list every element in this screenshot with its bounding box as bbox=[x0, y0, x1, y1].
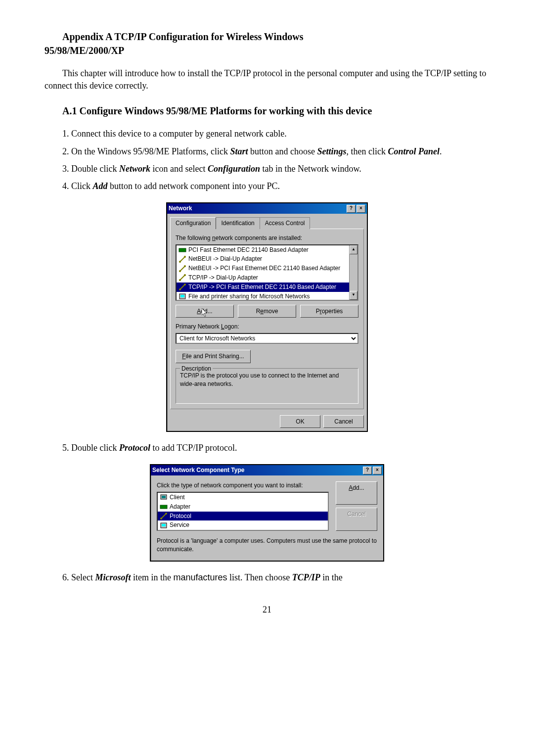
select-prompt: Click the type of network component you … bbox=[157, 481, 329, 490]
step-6-b1: Microsoft bbox=[95, 572, 131, 582]
close-icon[interactable]: × bbox=[356, 205, 365, 213]
close-icon[interactable]: × bbox=[373, 467, 382, 474]
scrollbar[interactable]: ▲ ▼ bbox=[349, 245, 357, 300]
list-item-label: TCP/IP -> Dial-Up Adapter bbox=[188, 274, 258, 282]
help-icon[interactable]: ? bbox=[347, 205, 356, 213]
list-item[interactable]: TCP/IP -> Dial-Up Adapter bbox=[177, 273, 357, 283]
svg-rect-14 bbox=[180, 295, 184, 297]
select-left: Click the type of network component you … bbox=[157, 481, 329, 531]
steps-list-cont: Double click Protocol to add TCP/IP prot… bbox=[62, 442, 490, 454]
step-6-mid1: item in the bbox=[131, 572, 173, 582]
step-3-b2: Configuration bbox=[208, 164, 260, 174]
step-2: On the Windows 95/98/ME Platforms, click… bbox=[71, 145, 490, 158]
ok-button[interactable]: OK bbox=[280, 415, 320, 428]
svg-point-5 bbox=[179, 270, 181, 272]
titlebar-buttons: ? × bbox=[347, 205, 365, 213]
file-print-sharing-button[interactable]: File and Print Sharing... bbox=[176, 350, 251, 363]
list-item-label: Adapter bbox=[170, 503, 190, 511]
step-4: Click Add button to add network componen… bbox=[71, 180, 490, 192]
protocol-icon bbox=[178, 283, 186, 291]
step-6: Select Microsoft item in the manufacture… bbox=[71, 571, 490, 584]
step-6-plain: manufactures bbox=[173, 572, 227, 582]
list-item-label: Client bbox=[170, 493, 185, 502]
primary-logon-select[interactable]: Client for Microsoft Networks bbox=[176, 333, 358, 344]
svg-point-12 bbox=[184, 284, 186, 285]
list-item[interactable]: Service bbox=[158, 520, 328, 530]
tab-body: The following network components are ins… bbox=[170, 229, 364, 409]
step-1-text: Connect this device to a computer by gen… bbox=[71, 129, 287, 139]
add-button[interactable]: Add... bbox=[176, 305, 234, 318]
list-item-label: File and printer sharing for Microsoft N… bbox=[188, 292, 310, 301]
step-5-post: to add TCP/IP protocol. bbox=[150, 443, 237, 453]
scroll-up-icon[interactable]: ▲ bbox=[350, 245, 357, 254]
tab-configuration[interactable]: Configuration bbox=[170, 217, 216, 229]
list-item[interactable]: Protocol bbox=[158, 512, 328, 521]
client-icon bbox=[160, 493, 168, 501]
list-item-label: NetBEUI -> Dial-Up Adapter bbox=[188, 255, 262, 263]
step-2-mid2: , then click bbox=[346, 146, 388, 156]
svg-rect-23 bbox=[162, 524, 166, 526]
svg-point-21 bbox=[165, 513, 167, 515]
section-heading: A.1 Configure Windows 95/98/ME Platforms… bbox=[62, 104, 490, 118]
protocol-icon bbox=[178, 255, 186, 263]
adapter-icon bbox=[160, 503, 168, 511]
list-item[interactable]: NetBEUI -> Dial-Up Adapter bbox=[177, 254, 357, 264]
step-4-mid1: button to add network component into you… bbox=[108, 181, 280, 191]
svg-rect-0 bbox=[179, 248, 186, 252]
cursor-icon bbox=[202, 308, 208, 317]
cancel-button[interactable]: Cancel bbox=[336, 508, 377, 531]
step-6-mid2: list. Then choose bbox=[227, 572, 292, 582]
step-4-pre: Click bbox=[71, 181, 93, 191]
tab-access-control[interactable]: Access Control bbox=[260, 217, 311, 229]
svg-rect-18 bbox=[160, 505, 167, 509]
network-dialog: Network ? × Configuration Identification… bbox=[166, 202, 368, 432]
add-button[interactable]: Add... bbox=[336, 481, 377, 505]
list-item[interactable]: File and printer sharing for Microsoft N… bbox=[177, 292, 357, 301]
appendix-title: Appendix A TCP/IP Configuration for Wire… bbox=[44, 30, 490, 57]
description-group: Description TCP/IP is the protocol you u… bbox=[176, 368, 358, 404]
list-item[interactable]: Adapter bbox=[158, 502, 328, 512]
svg-rect-17 bbox=[162, 496, 166, 498]
step-5: Double click Protocol to add TCP/IP prot… bbox=[71, 442, 490, 454]
scroll-down-icon[interactable]: ▼ bbox=[350, 291, 357, 300]
list-item-label: Service bbox=[170, 521, 189, 529]
step-3-b1: Network bbox=[119, 164, 150, 174]
step-5-b1: Protocol bbox=[119, 443, 150, 453]
properties-button[interactable]: Properties bbox=[300, 305, 358, 318]
intro-paragraph: This chapter will introduce how to insta… bbox=[44, 67, 490, 92]
cancel-button[interactable]: Cancel bbox=[323, 415, 364, 428]
remove-button[interactable]: Remove bbox=[238, 305, 296, 318]
network-title: Network bbox=[169, 204, 192, 213]
step-2-post: . bbox=[440, 146, 442, 156]
protocol-icon bbox=[178, 265, 186, 273]
help-icon[interactable]: ? bbox=[363, 467, 372, 474]
list-item[interactable]: PCI Fast Ethernet DEC 21140 Based Adapte… bbox=[177, 245, 357, 255]
components-label: The following network components are ins… bbox=[176, 234, 358, 242]
step-3-mid2: tab in the Network window. bbox=[260, 164, 361, 174]
tab-identification[interactable]: Identification bbox=[216, 217, 260, 229]
step-4-b1: Add bbox=[93, 181, 108, 191]
component-type-list[interactable]: Client Adapter Protocol Service bbox=[157, 492, 329, 531]
list-item-label: PCI Fast Ethernet DEC 21140 Based Adapte… bbox=[188, 246, 309, 254]
step-3-pre: Double click bbox=[71, 164, 119, 174]
list-item[interactable]: NetBEUI -> PCI Fast Ethernet DEC 21140 B… bbox=[177, 264, 357, 273]
appendix-title-line2: 95/98/ME/2000/XP bbox=[44, 45, 124, 56]
list-item[interactable]: TCP/IP -> PCI Fast Ethernet DEC 21140 Ba… bbox=[177, 283, 357, 292]
step-6-post: in the bbox=[320, 572, 343, 582]
description-legend: Description bbox=[180, 365, 213, 373]
dialog-bottom-row: OK Cancel bbox=[167, 412, 367, 431]
titlebar-buttons: ? × bbox=[363, 467, 382, 474]
list-item[interactable]: Client bbox=[158, 493, 328, 502]
step-2-b1: Start bbox=[230, 146, 248, 156]
service-icon bbox=[160, 521, 168, 529]
step-2-mid1: button and choose bbox=[248, 146, 317, 156]
svg-point-6 bbox=[184, 265, 186, 267]
step-2-b2: Settings bbox=[317, 146, 346, 156]
svg-point-3 bbox=[184, 256, 186, 258]
select-right: Add... Cancel bbox=[336, 481, 377, 531]
list-item-label: TCP/IP -> PCI Fast Ethernet DEC 21140 Ba… bbox=[188, 283, 336, 291]
step-3-mid1: icon and select bbox=[150, 164, 208, 174]
protocol-icon bbox=[160, 512, 168, 520]
select-body: Click the type of network component you … bbox=[151, 475, 383, 537]
components-listbox[interactable]: PCI Fast Ethernet DEC 21140 Based Adapte… bbox=[176, 244, 358, 301]
